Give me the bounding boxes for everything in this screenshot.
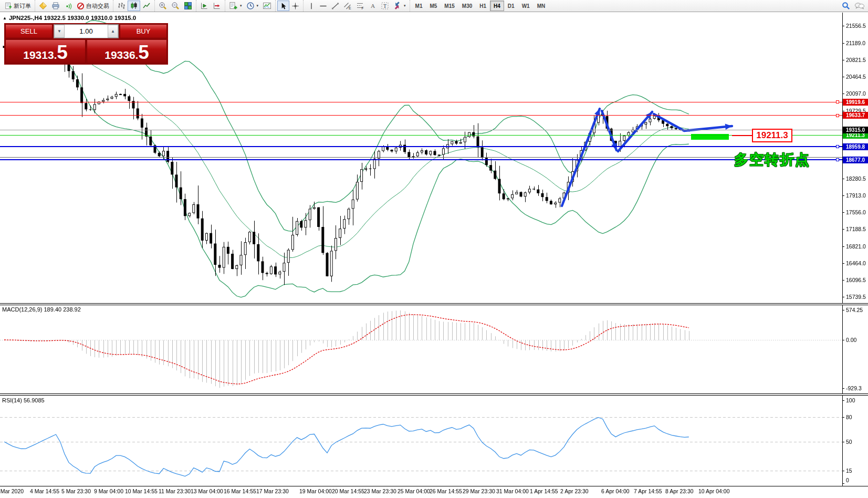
tile-windows-button[interactable] (182, 1, 194, 11)
macd-axis-tick-mark (842, 340, 844, 340)
level-line-handle[interactable] (836, 114, 839, 117)
fibonacci-tool-button[interactable]: F (354, 1, 367, 11)
arrow-tools-caret-icon[interactable]: ▾ (404, 4, 406, 8)
date-axis-label: 23 Mar 23:30 (364, 488, 396, 494)
axis-price-label-18677.0: 18677.0 (843, 157, 868, 163)
level-line-handle[interactable] (836, 100, 839, 103)
timeframe-button-h1[interactable]: H1 (476, 1, 490, 11)
price-chart-canvas[interactable] (0, 0, 868, 498)
new-order-button[interactable]: 新订单 (3, 1, 33, 11)
text-tool-button[interactable]: A (367, 1, 379, 11)
chart-line-button[interactable] (140, 1, 153, 11)
zoom-in-button[interactable] (156, 1, 169, 11)
timeframe-button-m5[interactable]: M5 (426, 1, 441, 11)
volume-decrease-button[interactable]: ▼ (54, 25, 65, 38)
fibonacci-icon: F (356, 2, 364, 10)
volume-value[interactable]: 1.00 (65, 25, 108, 38)
chart-bars-button[interactable] (115, 1, 128, 11)
auto-scroll-button[interactable] (198, 1, 211, 11)
signals-button[interactable] (62, 1, 75, 11)
macd-axis-tick: -929.3 (846, 385, 862, 391)
buy-price[interactable]: 19336.5 (87, 39, 167, 64)
date-axis-label: 20 Mar 14:55 (332, 488, 364, 494)
tile-windows-icon (184, 2, 192, 10)
mql5-community-button[interactable] (37, 1, 49, 11)
sell-price[interactable]: 19313.5 (5, 39, 86, 64)
periods-caret-icon[interactable]: ▾ (257, 4, 259, 8)
timeframe-button-h4[interactable]: H4 (490, 1, 504, 11)
zoom-out-button[interactable] (169, 1, 182, 11)
svg-text:E: E (349, 6, 351, 10)
price-level-line-19919.6[interactable] (0, 102, 842, 102)
main-macd-separator[interactable] (0, 303, 868, 305)
level-line-handle[interactable] (836, 145, 839, 148)
collapse-marker-icon[interactable]: ▲ (3, 16, 7, 20)
price-axis-tick: 16464.0 (846, 260, 866, 266)
price-axis-tick-mark (842, 179, 844, 179)
date-axis-label: 7 Apr 14:55 (634, 488, 662, 494)
axis-price-label-19315.0: 19315.0 (843, 127, 868, 133)
sell-price-int: 19313 (23, 49, 54, 60)
add-indicator-caret-icon[interactable]: ▾ (240, 4, 242, 8)
date-axis-label: 16 Mar 14:55 (224, 488, 256, 494)
price-axis-tick-mark (842, 212, 844, 213)
templates-button[interactable] (260, 1, 274, 11)
timeframe-button-m15[interactable]: M15 (441, 1, 458, 11)
date-axis-label: 11 Mar 23:30 (159, 488, 191, 494)
level-line-handle[interactable] (836, 158, 839, 161)
date-axis-label: 1 Apr 14:55 (530, 488, 558, 494)
periods-button[interactable]: ▾ (244, 1, 261, 11)
price-level-line-19315.0[interactable] (0, 130, 842, 130)
search-icon[interactable] (842, 2, 850, 10)
price-axis-tick: 20821.5 (846, 57, 866, 63)
date-axis-label: 17 Mar 23:30 (256, 488, 289, 494)
price-level-line-19633.7[interactable] (0, 115, 842, 116)
price-axis-tick-mark (842, 280, 844, 281)
sell-button-label: SELL (20, 27, 37, 35)
add-indicator-button[interactable]: ▾ (227, 1, 244, 11)
price-callout-box[interactable]: 19211.3 (752, 129, 792, 142)
chart-candles-button[interactable] (128, 1, 140, 11)
timeframe-button-d1[interactable]: D1 (504, 1, 518, 11)
timeframe-button-w1[interactable]: W1 (518, 1, 534, 11)
price-axis-tick-mark (842, 43, 844, 44)
macd-rsi-separator[interactable] (0, 393, 868, 396)
zoom-out-icon (171, 2, 180, 10)
print-button[interactable] (49, 1, 62, 11)
macd-axis-tick: 574.25 (846, 307, 863, 313)
chart-title: ▲JPN225-,H4 19322.5 19330.0 19310.0 1931… (3, 15, 136, 21)
price-axis-tick-mark (842, 94, 844, 94)
crosshair-tool-button[interactable] (289, 1, 301, 11)
chat-icon[interactable] (854, 2, 865, 10)
chart-shift-button[interactable] (211, 1, 223, 11)
arrow-tools-button[interactable]: ▾ (391, 1, 408, 11)
vertical-line-tool-button[interactable] (305, 1, 317, 11)
rsi-indicator-label: RSI(14) 56.9085 (2, 397, 45, 403)
timeframe-button-m1[interactable]: M1 (412, 1, 426, 11)
printer-icon (51, 2, 60, 10)
price-axis-tick: 17188.5 (846, 226, 866, 232)
price-level-line-18737[interactable] (0, 157, 842, 158)
text-label-tool-button[interactable]: T (379, 1, 391, 11)
trendline-tool-button[interactable] (329, 1, 341, 11)
timeframe-button-mn[interactable]: MN (534, 1, 549, 11)
price-axis-tick-mark (842, 297, 844, 297)
sell-button[interactable]: SELL (5, 24, 53, 38)
buy-price-int: 19336 (104, 49, 135, 60)
price-axis-tick: 16096.5 (846, 277, 866, 283)
buy-button[interactable]: BUY (120, 24, 167, 38)
price-axis-tick-mark (842, 263, 844, 264)
cursor-icon (279, 2, 287, 10)
autotrading-button[interactable]: 自动交易 (75, 1, 111, 11)
date-axis-label: 2 Apr 23:30 (560, 488, 589, 494)
buy-button-label: BUY (137, 27, 151, 35)
cursor-tool-button[interactable] (277, 1, 289, 11)
volume-increase-button[interactable]: ▲ (108, 25, 118, 38)
turning-point-note[interactable]: 多空转折点 (734, 150, 810, 169)
timeframe-button-m30[interactable]: M30 (458, 1, 476, 11)
price-level-line-18959.8[interactable] (0, 146, 842, 147)
equidistant-channel-tool-button[interactable]: E (341, 1, 354, 11)
price-level-line-19211.3[interactable] (0, 135, 842, 136)
price-level-line-18677.0[interactable] (0, 159, 842, 160)
horizontal-line-tool-button[interactable] (317, 1, 329, 11)
